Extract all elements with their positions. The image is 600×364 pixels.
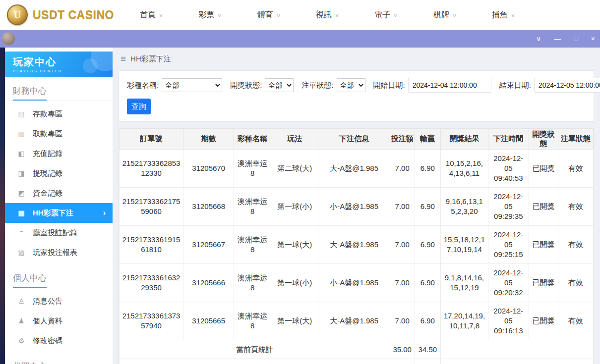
nav-label: 首頁 — [140, 10, 156, 20]
window-controls: ∨ — □ × — [536, 35, 595, 42]
section-title-agent: 代理中心 — [5, 353, 113, 364]
nav-label: 電子 — [374, 10, 390, 20]
column-header-draw-result: 開獎結果 — [441, 129, 488, 150]
draw-status-select[interactable]: 全部 — [265, 78, 294, 92]
brand-logo[interactable]: U USDT CASINO — [7, 4, 118, 25]
order-status-select[interactable]: 全部 — [337, 78, 365, 92]
page-total-empty — [441, 340, 594, 359]
sidebar-item-room-bet-records[interactable]: ≡ 廳室投註記錄 — [5, 223, 113, 243]
chevron-down-icon[interactable]: ∨ — [536, 35, 541, 42]
sidebar-item-label: 個人資料 — [33, 316, 62, 326]
nav-label: 視訊 — [316, 10, 332, 20]
close-icon[interactable]: × — [591, 35, 595, 42]
cell-win-loss: 6.90 — [415, 302, 441, 340]
search-button[interactable]: 查詢 — [127, 99, 151, 114]
cell-draw-result: 9,16,6,13,15,2,3,20 — [441, 188, 488, 226]
column-header-draw-status: 開獎狀態 — [529, 129, 558, 150]
cell-draw-status: 已開獎 — [529, 188, 558, 226]
sidebar-item-announcements[interactable]: ♙ 消息公告 — [5, 291, 113, 311]
app-frame: 玩家中心 PLAYERS CENTER 財務中心 ▤ 存款專區 ▥ 取款專區 ◧… — [0, 48, 600, 364]
page-total-row: 當前頁統計 35.00 34.50 — [120, 340, 594, 359]
sidebar: 玩家中心 PLAYERS CENTER 財務中心 ▤ 存款專區 ▥ 取款專區 ◧… — [5, 48, 113, 364]
hamburger-menu-icon[interactable]: ≡ — [120, 53, 126, 64]
cell-draw-result: 9,1,8,14,16,15,12,19 — [441, 264, 488, 302]
funds-record-icon: ◩ — [17, 189, 26, 197]
grand-total-row: 總統計 35.00 34.50 — [120, 359, 594, 364]
sidebar-header: 玩家中心 PLAYERS CENTER — [5, 52, 113, 77]
minimize-icon[interactable]: — — [554, 35, 561, 42]
column-header-issue: 期數 — [183, 129, 234, 150]
lottery-bets-icon: ▦ — [17, 209, 26, 217]
sidebar-menu-finance: ▤ 存款專區 ▥ 取款專區 ◧ 充值記錄 ◨ 提現記錄 ◩ 資金記錄 ▦ HH彩… — [5, 101, 113, 264]
sidebar-item-change-password[interactable]: ⚙ 修改密碼 — [5, 331, 113, 351]
password-icon: ⚙ — [17, 337, 26, 345]
cell-bet-amount: 7.00 — [390, 264, 415, 302]
grand-total-win: 34.50 — [415, 359, 441, 364]
nav-item-home[interactable]: 首頁 ∨ — [140, 10, 163, 20]
background-strip — [0, 48, 5, 364]
sidebar-item-funds-record[interactable]: ◩ 資金記錄 — [5, 183, 113, 203]
end-date-input[interactable] — [534, 78, 600, 93]
lottery-name-select[interactable]: 全部 — [162, 78, 222, 92]
content-header: ≡ HH彩票下注 — [119, 48, 594, 70]
cell-lottery-name: 澳洲幸运8 — [234, 188, 271, 226]
order-status-label: 注單狀態: — [301, 81, 333, 90]
sidebar-item-profile[interactable]: ♟ 個人資料 — [5, 311, 113, 331]
nav-label: 彩票 — [198, 10, 214, 20]
cell-issue: 31205670 — [183, 150, 234, 188]
grand-total-bet: 35.00 — [390, 359, 415, 364]
cell-order-no: 2152173336137357940 — [120, 302, 183, 340]
chevron-right-icon: › — [103, 208, 106, 217]
nav-item-lottery[interactable]: 彩票 ∨ — [198, 10, 221, 20]
page-total-win: 34.50 — [415, 340, 441, 359]
cell-play-type: 第一球(小) — [271, 264, 318, 302]
sidebar-item-recharge-record[interactable]: ◧ 充值記錄 — [5, 144, 113, 163]
cell-draw-result: 17,20,14,19,10,11,7,8 — [441, 302, 488, 340]
start-date-label: 開始日期: — [373, 81, 405, 90]
table-header-row: 訂單號 期數 彩種名稱 玩法 下注信息 投注額 輸贏 開獎結果 下注時間 開獎狀… — [120, 129, 594, 150]
draw-status-label: 開獎狀態: — [230, 81, 262, 90]
column-header-play-type: 玩法 — [271, 129, 318, 150]
page-total-bet: 35.00 — [390, 340, 415, 359]
sidebar-item-player-bet-report[interactable]: ▨ 玩家投注報表 — [5, 243, 113, 262]
nav-item-live[interactable]: 視訊 ∨ — [316, 10, 339, 20]
nav-item-boardgames[interactable]: 棋牌 ∨ — [433, 10, 456, 20]
cell-play-type: 第一球(大) — [271, 302, 318, 340]
cell-issue: 31205667 — [183, 226, 234, 264]
withdraw-icon: ▥ — [17, 130, 26, 138]
chevron-down-icon: ∨ — [393, 12, 398, 18]
cell-bet-amount: 7.00 — [390, 150, 415, 188]
cell-bet-time: 2024-12-05 09:16:13 — [488, 302, 529, 340]
sidebar-item-withdraw[interactable]: ▥ 取款專區 — [5, 124, 113, 144]
sidebar-item-label: 資金記錄 — [33, 189, 62, 198]
nav-item-slots[interactable]: 電子 ∨ — [374, 10, 397, 20]
cell-win-loss: 6.90 — [415, 150, 441, 188]
cell-win-loss: 6.90 — [415, 264, 441, 302]
grand-total-empty — [441, 359, 594, 364]
cell-draw-result: 10,15,2,16,4,13,6,11 — [441, 150, 488, 188]
table-row: 2152173336217559060 31205668 澳洲幸运8 第一球(小… — [120, 188, 594, 226]
cell-bet-info: 大-A盤@1.985 — [318, 150, 390, 188]
sidebar-item-deposit[interactable]: ▤ 存款專區 — [5, 104, 113, 124]
cell-issue: 31205668 — [183, 188, 234, 226]
maximize-icon[interactable]: □ — [574, 35, 578, 42]
sidebar-item-label: 充值記錄 — [33, 149, 62, 158]
nav-item-fishing[interactable]: 捕魚 ∨ — [492, 10, 515, 20]
column-header-bet-amount: 投注額 — [390, 129, 415, 150]
brand-logo-text: USDT CASINO — [33, 8, 114, 22]
start-date-input[interactable] — [408, 78, 491, 93]
cell-draw-result: 15,5,18,12,17,10,19,14 — [441, 226, 488, 264]
cell-bet-amount: 7.00 — [390, 188, 415, 226]
sidebar-item-withdraw-record[interactable]: ◨ 提現記錄 — [5, 163, 113, 183]
cell-bet-time: 2024-12-05 09:29:35 — [488, 188, 529, 226]
cell-bet-info: 小-A盤@1.985 — [318, 188, 390, 226]
sidebar-item-label: 玩家投注報表 — [33, 248, 77, 258]
main-nav: 首頁 ∨ 彩票 ∨ 體育 ∨ 視訊 ∨ 電子 ∨ 棋牌 ∨ 捕魚 ∨ — [140, 10, 515, 20]
sidebar-item-hh-lottery-bets[interactable]: ▦ HH彩票下注 › — [5, 203, 113, 223]
table-row: 2152173336163229350 31205666 澳洲幸运8 第一球(小… — [120, 264, 594, 302]
nav-item-sports[interactable]: 體育 ∨ — [257, 10, 280, 20]
cell-play-type: 第二球(大) — [271, 150, 318, 188]
column-header-bet-time: 下注時間 — [488, 129, 529, 150]
cell-draw-status: 已開獎 — [529, 264, 558, 302]
deposit-icon: ▤ — [17, 110, 26, 118]
